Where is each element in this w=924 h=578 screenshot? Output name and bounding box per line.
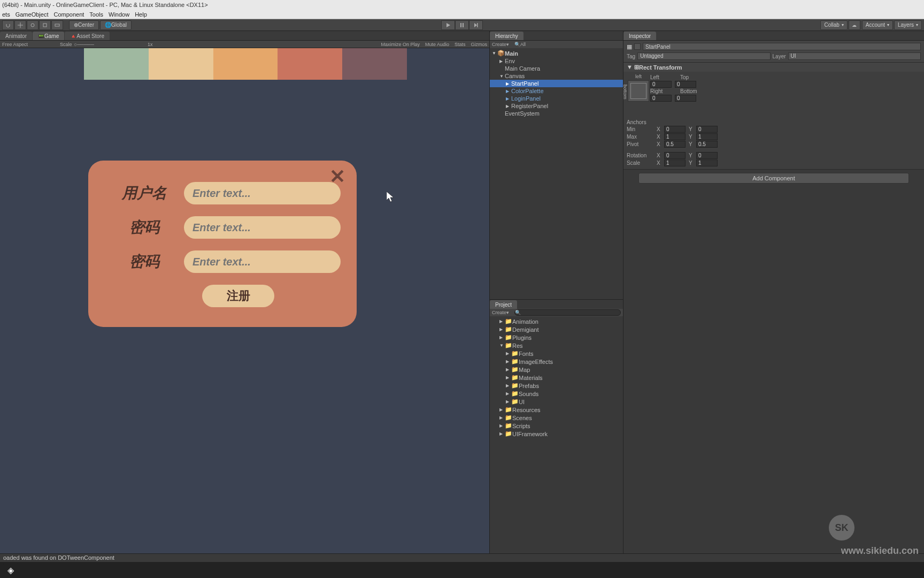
- add-component-button[interactable]: Add Component: [638, 173, 909, 184]
- tab-inspector[interactable]: Inspector: [623, 32, 656, 40]
- folder-map[interactable]: ▶📁 Map: [490, 366, 623, 374]
- move-tool[interactable]: [14, 20, 26, 30]
- stats-toggle[interactable]: Stats: [455, 42, 466, 47]
- hierarchy-eventsystem[interactable]: EventSystem: [490, 110, 623, 117]
- mute-toggle[interactable]: Mute Audio: [425, 42, 449, 47]
- rot-y[interactable]: [696, 152, 718, 159]
- menu-window[interactable]: Window: [109, 11, 129, 18]
- active-checkbox[interactable]: [634, 43, 641, 50]
- menu-assets[interactable]: ets: [2, 11, 10, 18]
- tab-game[interactable]: 📟 Game: [33, 32, 64, 40]
- register-button[interactable]: 注册: [202, 285, 274, 307]
- scale-y[interactable]: [696, 159, 718, 166]
- aspect-dropdown[interactable]: Free Aspect: [2, 42, 28, 47]
- project-search[interactable]: 🔍: [514, 309, 621, 316]
- console-bar[interactable]: oaded was found on DOTweenComponent: [0, 553, 924, 562]
- rot-x[interactable]: [664, 152, 686, 159]
- username-input[interactable]: [184, 182, 341, 204]
- pivot-center[interactable]: ⊕ Center: [69, 20, 99, 30]
- cloud-icon[interactable]: ☁: [849, 20, 860, 30]
- folder-resources[interactable]: ▶📁 Resources: [490, 406, 623, 414]
- right-field[interactable]: [650, 95, 672, 102]
- folder-animation[interactable]: ▶📁 Animation: [490, 317, 623, 325]
- space-global[interactable]: 🌐 Global: [100, 20, 132, 30]
- game-view[interactable]: ✕ 用户名 密码 密码 注册: [0, 48, 489, 567]
- bottom-field[interactable]: [675, 95, 696, 102]
- max-y[interactable]: [696, 133, 718, 140]
- folder-prefabs[interactable]: ▶📁 Prefabs: [490, 382, 623, 390]
- menu-help[interactable]: Help: [135, 11, 147, 18]
- unity-icon[interactable]: ◈: [3, 564, 18, 576]
- folder-demigiant[interactable]: ▶📁 Demigiant: [490, 325, 623, 333]
- password-label: 密码: [104, 217, 184, 238]
- account-dropdown[interactable]: Account: [862, 20, 893, 30]
- tab-hierarchy[interactable]: Hierarchy: [490, 32, 523, 40]
- layers-dropdown[interactable]: Layers: [894, 20, 922, 30]
- tab-project[interactable]: Project: [490, 300, 517, 309]
- menu-tools[interactable]: Tools: [89, 11, 103, 18]
- anchors-label[interactable]: Anchors: [627, 119, 646, 125]
- project-create[interactable]: Create: [492, 310, 506, 315]
- gameobject-name-field[interactable]: [643, 43, 921, 50]
- tag-dropdown[interactable]: Untagged: [637, 52, 770, 60]
- folder-plugins[interactable]: ▶📁 Plugins: [490, 333, 623, 341]
- folder-scenes[interactable]: ▶📁 Scenes: [490, 414, 623, 422]
- min-x[interactable]: [664, 126, 686, 133]
- hierarchy-canvas[interactable]: ▼Canvas: [490, 72, 623, 80]
- scene-main[interactable]: ▼📦 Main: [490, 49, 623, 57]
- pivot-x[interactable]: [664, 141, 686, 148]
- watermark-logo: SK: [829, 515, 854, 541]
- hierarchy-create[interactable]: Create: [492, 42, 506, 47]
- password-input[interactable]: [184, 216, 341, 239]
- folder-fonts[interactable]: ▶📁 Fonts: [490, 349, 623, 358]
- close-icon[interactable]: ✕: [328, 167, 347, 186]
- rotation-label: Rotation: [627, 153, 653, 158]
- folder-res[interactable]: ▼📁 Res: [490, 341, 623, 349]
- min-y[interactable]: [696, 126, 718, 133]
- cursor-icon: [387, 192, 395, 202]
- hierarchy-colorpalette[interactable]: ▶ColorPalette: [490, 87, 623, 95]
- rect-transform-header[interactable]: ▼ ⊞ Rect Transform: [623, 63, 924, 72]
- rotate-tool[interactable]: [27, 20, 38, 30]
- folder-uiframework[interactable]: ▶📁 UIFramework: [490, 430, 623, 438]
- folder-sounds[interactable]: ▶📁 Sounds: [490, 390, 623, 398]
- inspector-header: Inspector: [623, 31, 924, 41]
- hierarchy-maincamera[interactable]: Main Camera: [490, 65, 623, 72]
- pause-button[interactable]: [455, 20, 469, 30]
- folder-materials[interactable]: ▶📁 Materials: [490, 374, 623, 382]
- hierarchy-startpanel[interactable]: ▶StartPanel: [490, 80, 623, 87]
- layer-dropdown[interactable]: UI: [788, 52, 921, 60]
- tab-assetstore[interactable]: 🔺 Asset Store: [65, 32, 110, 40]
- menu-component[interactable]: Component: [53, 11, 84, 18]
- palette-swatch-5: [342, 48, 407, 80]
- top-field[interactable]: [675, 81, 696, 88]
- window-title: (64bit) - Main.unity - OnlineGameClient …: [2, 2, 208, 8]
- tab-animator[interactable]: Animator: [0, 32, 32, 40]
- max-x[interactable]: [664, 133, 686, 140]
- folder-scripts[interactable]: ▶📁 Scripts: [490, 422, 623, 430]
- left-field[interactable]: [650, 81, 672, 88]
- step-button[interactable]: [469, 20, 483, 30]
- hierarchy-loginpanel[interactable]: ▶LoginPanel: [490, 95, 623, 102]
- menu-gameobject[interactable]: GameObject: [16, 11, 49, 18]
- collab-dropdown[interactable]: Collab: [820, 20, 847, 30]
- hierarchy-panel: Hierarchy Create ▾ 🔍All ▼📦 Main ▶Env Mai…: [489, 31, 623, 567]
- folder-imageeffects[interactable]: ▶📁 ImageEffects: [490, 358, 623, 366]
- maximize-toggle[interactable]: Maximize On Play: [381, 42, 420, 47]
- folder-ui[interactable]: ▶📁 UI: [490, 398, 623, 406]
- svg-rect-4: [463, 23, 464, 27]
- scale-x[interactable]: [664, 159, 686, 166]
- gizmos-toggle[interactable]: Gizmos: [471, 42, 487, 47]
- play-button[interactable]: [441, 20, 455, 30]
- username-row: 用户名: [104, 182, 341, 204]
- pivot-y[interactable]: [696, 141, 718, 148]
- hierarchy-search-all[interactable]: All: [520, 42, 526, 47]
- rect-tool[interactable]: [51, 20, 63, 30]
- anchor-preset[interactable]: [628, 80, 649, 102]
- hierarchy-env[interactable]: ▶Env: [490, 57, 623, 65]
- hand-tool[interactable]: [2, 20, 14, 30]
- scale-tool[interactable]: [39, 20, 51, 30]
- password2-input[interactable]: [184, 250, 341, 273]
- game-panel: Animator 📟 Game 🔺 Asset Store Free Aspec…: [0, 31, 489, 567]
- hierarchy-registerpanel[interactable]: ▶RegisterPanel: [490, 102, 623, 110]
